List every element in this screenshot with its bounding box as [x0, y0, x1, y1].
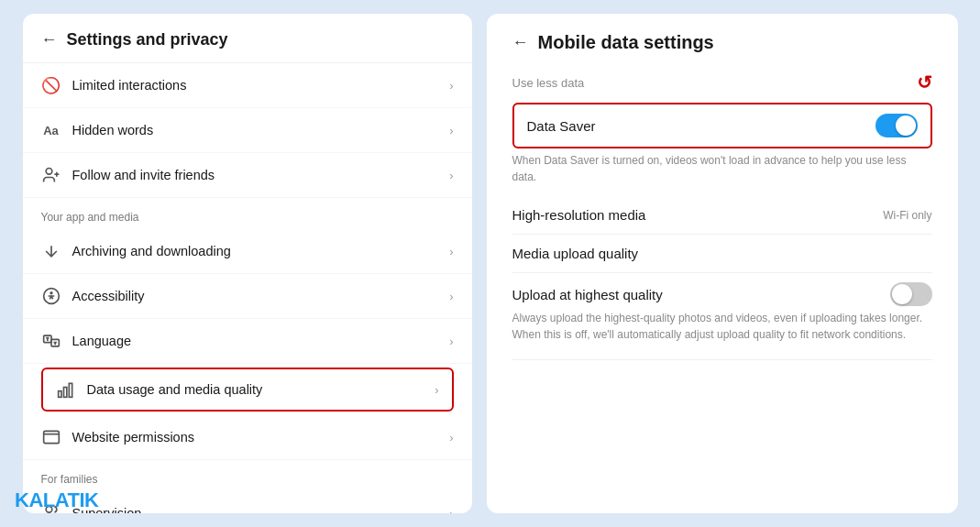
menu-item-language[interactable]: Language ›: [23, 319, 472, 364]
follow-invite-icon: [41, 165, 61, 185]
upload-highest-quality-description: Always upload the highest-quality photos…: [512, 310, 932, 350]
data-saver-row-highlighted: Data Saver: [512, 103, 932, 148]
watermark-text1: KALATI: [15, 489, 84, 511]
left-panel-title: Settings and privacy: [67, 30, 228, 49]
menu-item-limited-interactions[interactable]: 🚫 Limited interactions ›: [23, 63, 472, 108]
right-panel-title: Mobile data settings: [538, 32, 714, 53]
limited-interactions-label: Limited interactions: [72, 78, 187, 93]
chevron-website-permissions: ›: [449, 431, 453, 445]
upload-highest-quality-section: Upload at highest quality Always upload …: [512, 273, 932, 360]
accessibility-icon: [41, 286, 61, 306]
website-permissions-label: Website permissions: [72, 430, 195, 445]
archiving-label: Archiving and downloading: [72, 244, 231, 258]
back-arrow-right[interactable]: ←: [512, 33, 529, 52]
chevron-accessibility: ›: [449, 290, 453, 303]
svg-rect-8: [63, 388, 66, 398]
right-header: ← Mobile data settings: [512, 32, 932, 53]
high-res-media-value: Wi-Fi only: [883, 209, 931, 222]
svg-rect-7: [58, 391, 61, 398]
watermark: KALATIK: [15, 489, 98, 512]
media-upload-quality-row: Media upload quality: [512, 235, 932, 273]
upload-highest-quality-row: Upload at highest quality: [512, 282, 932, 306]
website-permissions-icon: [41, 427, 61, 447]
chevron-hidden-words: ›: [449, 124, 453, 137]
svg-point-0: [46, 169, 52, 175]
svg-point-4: [50, 292, 52, 294]
left-header: ← Settings and privacy: [23, 14, 472, 63]
svg-rect-9: [69, 383, 72, 397]
back-arrow-left[interactable]: ←: [41, 30, 58, 49]
language-icon: [41, 331, 61, 351]
archiving-icon: [41, 241, 61, 261]
menu-item-archiving[interactable]: Archiving and downloading ›: [23, 229, 472, 274]
section-families-label: For families: [23, 460, 472, 491]
hidden-words-label: Hidden words: [72, 123, 154, 137]
svg-rect-10: [43, 431, 59, 443]
chevron-limited-interactions: ›: [449, 79, 453, 93]
menu-item-data-usage[interactable]: Data usage and media quality ›: [41, 368, 454, 412]
chevron-supervision: ›: [449, 507, 453, 514]
upload-highest-quality-label: Upload at highest quality: [512, 287, 663, 302]
upload-highest-quality-toggle[interactable]: [890, 282, 932, 306]
accessibility-label: Accessibility: [72, 289, 145, 303]
menu-item-website-permissions[interactable]: Website permissions ›: [23, 415, 472, 460]
high-res-media-row[interactable]: High-resolution media Wi-Fi only: [512, 196, 932, 235]
use-less-data-label: Use less data: [512, 76, 585, 90]
use-less-data-icon: ↺: [917, 71, 932, 93]
upload-highest-quality-toggle-thumb: [892, 284, 912, 304]
section-app-label: Your app and media: [23, 198, 472, 229]
menu-item-follow-invite[interactable]: Follow and invite friends ›: [23, 153, 472, 198]
chevron-language: ›: [449, 335, 453, 348]
follow-invite-label: Follow and invite friends: [72, 168, 215, 182]
chevron-archiving: ›: [449, 245, 453, 258]
menu-item-hidden-words[interactable]: Aa Hidden words ›: [23, 108, 472, 153]
hidden-words-icon: Aa: [41, 120, 61, 140]
language-label: Language: [72, 334, 132, 348]
left-panel: ← Settings and privacy 🚫 Limited interac…: [23, 14, 472, 513]
chevron-data-usage: ›: [435, 383, 438, 397]
chevron-follow-invite: ›: [449, 169, 453, 182]
watermark-k: K: [84, 489, 98, 511]
data-saver-description: When Data Saver is turned on, videos won…: [512, 152, 932, 192]
data-saver-label: Data Saver: [527, 118, 596, 134]
data-saver-toggle[interactable]: [875, 114, 918, 137]
limited-interactions-icon: 🚫: [41, 75, 61, 95]
media-upload-quality-label: Media upload quality: [512, 246, 639, 261]
right-panel: ← Mobile data settings Use less data ↺ D…: [487, 14, 958, 513]
use-less-data-heading: Use less data ↺: [512, 71, 932, 93]
data-usage-label: Data usage and media quality: [87, 382, 263, 397]
data-usage-icon: [56, 379, 76, 400]
data-saver-row: Data Saver: [527, 114, 918, 137]
high-res-media-label: High-resolution media: [512, 207, 646, 223]
menu-item-accessibility[interactable]: Accessibility ›: [23, 274, 472, 319]
data-saver-toggle-thumb: [896, 115, 916, 136]
